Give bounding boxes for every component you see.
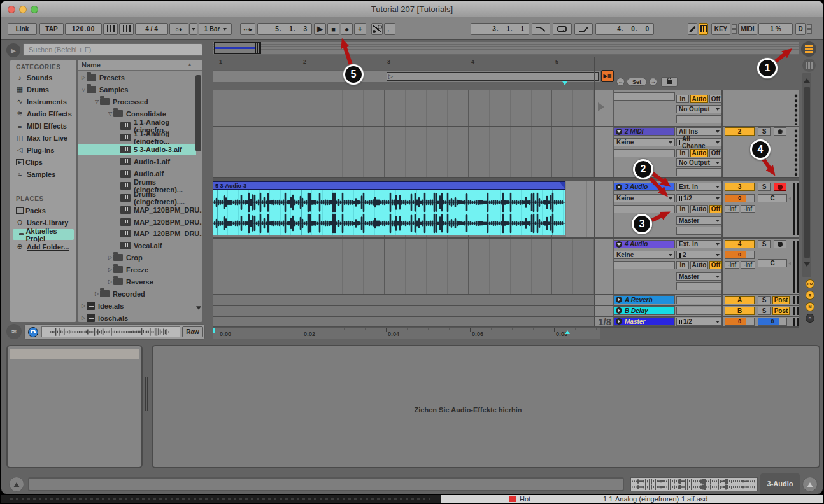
draw-mode-button[interactable] (688, 23, 697, 35)
master-header[interactable]: Master (614, 317, 675, 326)
sidebar-item-samples[interactable]: ≈Samples (13, 169, 74, 179)
nudge-down-button[interactable] (103, 23, 118, 35)
automation-arm-button[interactable] (371, 23, 383, 35)
sidebar-item-audio-effects[interactable]: ≋Audio Effects (13, 108, 74, 119)
track-1-monitor-in[interactable]: In (676, 95, 689, 103)
track-4-monitor-auto[interactable]: Auto (690, 261, 708, 269)
track-2-arm-button[interactable] (774, 127, 786, 136)
tree-item-loesch-als[interactable]: ▷lösch.als (80, 312, 128, 322)
sidebar-item-sounds[interactable]: ♪Sounds (13, 72, 74, 83)
tree-item-recorded[interactable]: ▷Recorded (94, 288, 145, 299)
computer-midi-keyboard-button[interactable] (699, 23, 708, 35)
delay-section-toggle[interactable]: D (806, 314, 814, 323)
track-3-header[interactable]: 3 Audio (614, 183, 675, 191)
lock-envelopes-button[interactable] (661, 77, 678, 87)
clip-overview-thumbnail[interactable] (630, 477, 758, 491)
loop-length-field[interactable]: 4. 0. 0 (595, 23, 654, 35)
track-scrollbar-thumb[interactable] (804, 87, 810, 258)
track-3-monitor-in[interactable]: In (676, 205, 689, 213)
expander-icon[interactable]: ▽ (107, 111, 113, 116)
overdub-button[interactable]: + (354, 23, 366, 35)
track-2-device-chooser[interactable]: Keine (614, 138, 675, 146)
return-b-activator[interactable]: B (725, 307, 755, 315)
track-1-output-channel[interactable] (676, 115, 722, 123)
sidebar-item-add-folder[interactable]: ⊕Add Folder... (13, 241, 74, 252)
track-1-fold-icon[interactable] (598, 102, 609, 111)
return-b-solo-button[interactable]: S (758, 307, 771, 315)
master-volume[interactable]: 0 (725, 318, 755, 326)
device-view-panel[interactable]: Ziehen Sie Audio-Effekte hierhin (152, 345, 820, 468)
info-view-toggle[interactable] (9, 477, 24, 492)
track-4-volume[interactable]: 0 (725, 251, 755, 259)
record-button[interactable]: ● (341, 23, 353, 35)
metronome-button[interactable]: ○● (169, 23, 188, 35)
track-2-solo-button[interactable]: S (758, 127, 771, 136)
detail-view-toggle[interactable] (802, 477, 818, 492)
punch-out-button[interactable] (574, 23, 593, 35)
tree-item-selected-audio-file[interactable]: 5 3-Audio-3.aif (78, 144, 196, 155)
return-b-header[interactable]: B Delay (614, 306, 675, 315)
scrub-area[interactable]: ▷ (213, 70, 600, 82)
clip-title-bar[interactable]: 5 3-Audio-3 (213, 181, 565, 190)
track-2-header[interactable]: 2 MIDI (614, 127, 675, 136)
raw-button[interactable]: Raw (182, 326, 203, 337)
track-3-volume[interactable]: 0 (725, 194, 755, 202)
track-lane-2-midi[interactable] (213, 127, 594, 177)
master-pan[interactable]: 0 (758, 318, 787, 326)
expander-icon[interactable]: ▽ (94, 99, 100, 104)
stop-button[interactable]: ■ (327, 23, 339, 35)
set-button[interactable]: Set (627, 78, 647, 86)
sort-asc-icon[interactable]: ▲ (187, 62, 192, 67)
name-column-header[interactable]: Name (82, 61, 101, 69)
time-ruler[interactable]: 0:00 0:02 0:04 0:06 0:08 (213, 327, 600, 339)
unfold-icon[interactable] (616, 129, 622, 135)
punch-position-field[interactable]: 3. 1. 1 (471, 23, 529, 35)
tree-item-audio-file[interactable]: Drums (eingefroren)... (120, 180, 202, 191)
sidebar-item-max-for-live[interactable]: ◫Max for Live (13, 132, 74, 143)
hot-swap-button[interactable]: ≈ (6, 324, 22, 339)
sidebar-item-drums[interactable]: ▦Drums (13, 84, 74, 95)
arrangement-view-selector[interactable] (801, 41, 816, 57)
tree-item-audio-file[interactable]: MAP_120BPM_DRU... (120, 216, 202, 227)
tab-selected-track[interactable]: 3-Audio (760, 473, 800, 494)
track-2-input-channel-chooser[interactable]: All Channe (676, 138, 722, 146)
expander-icon[interactable]: ▷ (107, 255, 113, 260)
track-4-activator[interactable]: 4 (725, 240, 755, 248)
arrangement-position-field[interactable]: 5. 1. 3 (257, 23, 312, 35)
track-3-activator[interactable]: 3 (725, 183, 755, 191)
re-enable-automation-button[interactable]: ← (384, 23, 395, 35)
sidebar-item-plugins[interactable]: ◁Plug-Ins (13, 144, 74, 155)
track-2-activator[interactable]: 2 (725, 127, 755, 136)
track-4-solo-button[interactable]: S (758, 240, 771, 248)
fold-icon[interactable] (616, 318, 622, 325)
cpu-meter[interactable]: 1 % (758, 23, 793, 35)
expander-icon[interactable]: ▷ (107, 267, 113, 272)
clip-fade-handle[interactable] (560, 182, 565, 189)
tree-item-audio-file[interactable]: 1 1-Analog (eingefro... (120, 132, 202, 143)
link-button[interactable]: Link (8, 23, 37, 35)
arrangement-overview[interactable] (213, 42, 799, 55)
track-4-input-chooser[interactable]: Ext. In (676, 240, 722, 248)
tree-item-crop[interactable]: ▷Crop (107, 252, 143, 263)
track-4-header[interactable]: 4 Audio (614, 240, 675, 248)
track-4-output-chooser[interactable]: Master (676, 272, 722, 281)
tree-item-samples[interactable]: ▽Samples (80, 84, 128, 95)
unfold-icon[interactable] (616, 241, 622, 248)
unfold-icon[interactable] (616, 184, 622, 190)
track-2-input-chooser[interactable]: All Ins (676, 127, 722, 136)
expander-icon[interactable]: ▷ (80, 74, 87, 80)
io-section-toggle[interactable]: I·O (806, 279, 814, 288)
track-4-input-channel-chooser[interactable]: 2 (676, 251, 722, 259)
tree-item-audio-file[interactable]: Audio.aif (120, 168, 164, 179)
tree-item-processed[interactable]: ▽Processed (94, 96, 148, 107)
track-2-output-chooser[interactable]: No Output (676, 158, 722, 167)
clip-waveform-body[interactable] (213, 190, 565, 235)
punch-in-button[interactable] (532, 23, 550, 35)
track-1-monitor-auto[interactable]: Auto (690, 95, 708, 103)
sidebar-item-clips[interactable]: ▶Clips (13, 157, 74, 167)
expander-icon[interactable]: ▷ (107, 279, 113, 284)
return-a-header[interactable]: A Reverb (614, 295, 675, 304)
track-3-monitor-auto[interactable]: Auto (690, 205, 708, 213)
key-map-button[interactable]: KEY (711, 23, 730, 35)
track-4-arm-button[interactable] (774, 240, 786, 248)
